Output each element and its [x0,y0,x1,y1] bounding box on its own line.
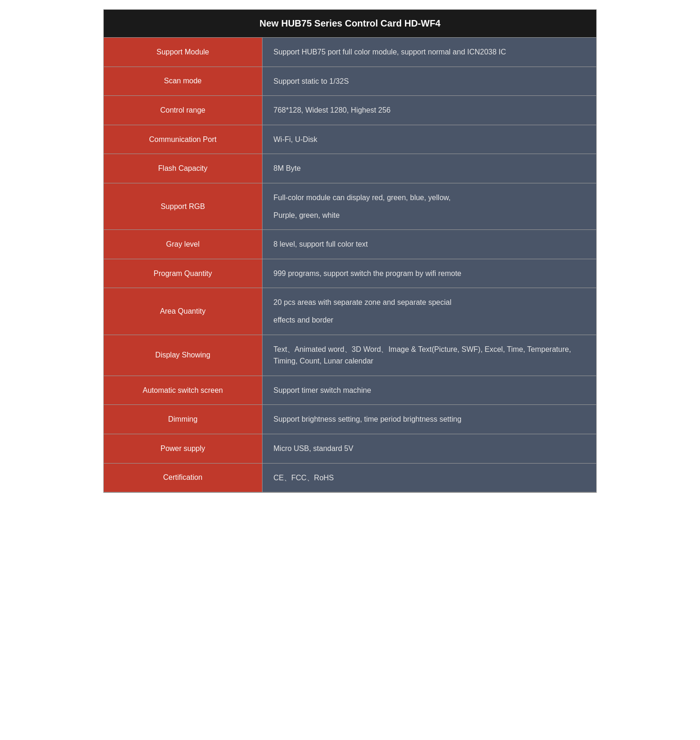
row-value: 768*128, Widest 1280, Highest 256 [262,96,596,125]
table-row: Automatic switch screenSupport timer swi… [104,376,596,405]
table-row: Flash Capacity8M Byte [104,154,596,183]
row-label: Scan mode [104,67,262,96]
row-value: 8M Byte [262,154,596,183]
row-label: Control range [104,96,262,125]
table-row: CertificationCE、FCC、RoHS [104,463,596,492]
table-row: Gray level8 level, support full color te… [104,230,596,259]
table-row: Area Quantity20 pcs areas with separate … [104,288,596,335]
table-title: New HUB75 Series Control Card HD-WF4 [104,10,596,38]
row-value: 8 level, support full color text [262,230,596,259]
row-value: Support static to 1/32S [262,67,596,96]
row-label: Display Showing [104,335,262,376]
row-label: Communication Port [104,125,262,154]
table-row: Control range768*128, Widest 1280, Highe… [104,96,596,125]
row-value: 999 programs, support switch the program… [262,259,596,288]
row-label: Area Quantity [104,288,262,335]
row-label: Dimming [104,405,262,434]
row-label: Gray level [104,230,262,259]
row-value: Support timer switch machine [262,376,596,405]
row-label: Support Module [104,38,262,67]
table-row: Display ShowingText、Animated word、3D Wor… [104,335,596,376]
row-label: Support RGB [104,183,262,229]
row-value: Micro USB, standard 5V [262,434,596,463]
table-row: Support ModuleSupport HUB75 port full co… [104,38,596,67]
table-row: Power supplyMicro USB, standard 5V [104,434,596,463]
row-value: Support brightness setting, time period … [262,405,596,434]
table-row: Support RGBFull-color module can display… [104,183,596,229]
row-value: Full-color module can display red, green… [262,183,596,229]
row-value: Wi-Fi, U-Disk [262,125,596,154]
table-row: DimmingSupport brightness setting, time … [104,405,596,434]
row-label: Power supply [104,434,262,463]
row-label: Certification [104,463,262,492]
table-row: Communication PortWi-Fi, U-Disk [104,125,596,154]
row-value: 20 pcs areas with separate zone and sepa… [262,288,596,335]
spec-table: New HUB75 Series Control Card HD-WF4 Sup… [103,9,597,493]
table-row: Program Quantity999 programs, support sw… [104,259,596,288]
row-value: Text、Animated word、3D Word、Image & Text(… [262,335,596,376]
row-value: Support HUB75 port full color module, su… [262,38,596,67]
row-label: Flash Capacity [104,154,262,183]
row-value: CE、FCC、RoHS [262,463,596,492]
table-row: Scan modeSupport static to 1/32S [104,67,596,96]
row-label: Automatic switch screen [104,376,262,405]
row-label: Program Quantity [104,259,262,288]
